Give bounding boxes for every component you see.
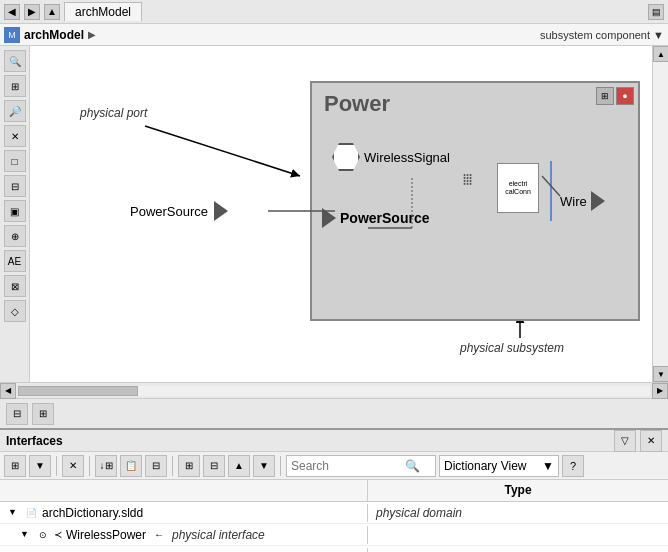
- interfaces-title: Interfaces: [6, 434, 63, 448]
- interfaces-panel: Interfaces ▽ ✕ ⊞ ▼ ✕ ↓⊞ 📋 ⊟ ⊞ ⊟ ▲ ▼ 🔍 Di…: [0, 428, 668, 552]
- wireless-signal-label: WirelessSignal: [364, 150, 450, 165]
- wireless-power-icon: ≺: [54, 529, 62, 540]
- help-button[interactable]: ?: [562, 455, 584, 477]
- table-row[interactable]: ⊡ ElectricalConn ← physical element Conn…: [0, 546, 668, 552]
- row-1-name[interactable]: ▼ 📄 archDictionary.sldd: [0, 504, 368, 522]
- forward-button[interactable]: ▶: [24, 4, 40, 20]
- breadcrumb: M archModel ▶ subsystem component ▼: [0, 24, 668, 46]
- table-body: ▼ 📄 archDictionary.sldd physical domain …: [0, 502, 668, 552]
- scroll-down-button[interactable]: ▼: [653, 366, 668, 382]
- zoom-out-button[interactable]: 🔎: [4, 100, 26, 122]
- inner-component-box[interactable]: electricalConn: [497, 163, 539, 213]
- ext-powersource-label: PowerSource: [130, 204, 208, 219]
- iface-btn-copy[interactable]: 📋: [120, 455, 142, 477]
- dict-dropdown-arrow: ▼: [542, 459, 554, 473]
- physical-subsystem-annotation: physical subsystem: [460, 341, 564, 355]
- tool-btn-9[interactable]: AE: [4, 250, 26, 272]
- toolbar-separator-1: [56, 456, 57, 476]
- row-2-expand[interactable]: ▼: [20, 529, 32, 541]
- dictionary-view-dropdown[interactable]: Dictionary View ▼: [439, 455, 559, 477]
- physical-domain-annotation: physical domain: [376, 506, 462, 520]
- title-bar: ◀ ▶ ▲ archModel ▤: [0, 0, 668, 24]
- svg-line-0: [145, 126, 300, 176]
- interfaces-table: Type ▼ 📄 archDictionary.sldd physical do…: [0, 480, 668, 552]
- toolbar-separator-3: [172, 456, 173, 476]
- left-toolbar: 🔍 ⊞ 🔎 ✕ □ ⊟ ▣ ⊕ AE ⊠ ◇: [0, 46, 30, 382]
- search-icon: 🔍: [405, 459, 420, 473]
- h-scroll-thumb[interactable]: [18, 386, 138, 396]
- tool-btn-4[interactable]: ✕: [4, 125, 26, 147]
- physical-port-annotation: physical port: [80, 106, 147, 120]
- search-input[interactable]: [291, 459, 401, 473]
- interfaces-collapse-button[interactable]: ▽: [614, 430, 636, 452]
- fit-button[interactable]: ⊞: [4, 75, 26, 97]
- interfaces-header-controls: ▽ ✕: [614, 430, 662, 452]
- subsystem-title: Power: [312, 83, 638, 125]
- main-area: 🔍 ⊞ 🔎 ✕ □ ⊟ ▣ ⊕ AE ⊠ ◇ physical port: [0, 46, 668, 382]
- iface-btn-dropdown[interactable]: ▼: [29, 455, 51, 477]
- menu-button[interactable]: ▤: [648, 4, 664, 20]
- col-type-header: Type: [368, 480, 668, 501]
- wire-icon: [591, 191, 605, 211]
- wire-line: [550, 161, 552, 221]
- table-header: Type: [0, 480, 668, 502]
- bottom-tool-2[interactable]: ⊞: [32, 403, 54, 425]
- subsystem-icons: ⊞ ●: [596, 87, 634, 105]
- iface-btn-down2[interactable]: ▼: [253, 455, 275, 477]
- iface-btn-4[interactable]: ⊞: [178, 455, 200, 477]
- up-button[interactable]: ▲: [44, 4, 60, 20]
- iface-btn-delete[interactable]: ✕: [62, 455, 84, 477]
- inner-powersource-icon: [322, 208, 336, 228]
- inner-powersource-element[interactable]: PowerSource: [322, 208, 429, 228]
- bottom-canvas-bar: ⊟ ⊞: [0, 398, 668, 428]
- scroll-right-button[interactable]: ▶: [652, 383, 668, 399]
- model-tab[interactable]: archModel: [64, 2, 142, 21]
- model-name[interactable]: archModel: [24, 28, 84, 42]
- table-row[interactable]: ▼ ⊙ ≺ WirelessPower ← physical interface: [0, 524, 668, 546]
- right-scrollbar[interactable]: ▲ ▼: [652, 46, 668, 382]
- iface-btn-3[interactable]: ⊟: [145, 455, 167, 477]
- interfaces-toolbar: ⊞ ▼ ✕ ↓⊞ 📋 ⊟ ⊞ ⊟ ▲ ▼ 🔍 Dictionary View ▼…: [0, 452, 668, 480]
- tool-btn-10[interactable]: ⊠: [4, 275, 26, 297]
- zoom-in-button[interactable]: 🔍: [4, 50, 26, 72]
- breadcrumb-arrow: ▶: [88, 29, 96, 40]
- iface-btn-5[interactable]: ⊟: [203, 455, 225, 477]
- back-button[interactable]: ◀: [4, 4, 20, 20]
- h-scroll-track[interactable]: [18, 386, 650, 396]
- interfaces-header: Interfaces ▽ ✕: [0, 430, 668, 452]
- external-powersource[interactable]: PowerSource: [130, 201, 228, 221]
- iface-btn-up2[interactable]: ▲: [228, 455, 250, 477]
- row-3-name[interactable]: ⊡ ElectricalConn ← physical element: [0, 548, 368, 553]
- subsystem-icon-2[interactable]: ●: [616, 87, 634, 105]
- tool-btn-8[interactable]: ⊕: [4, 225, 26, 247]
- tool-btn-11[interactable]: ◇: [4, 300, 26, 322]
- table-row[interactable]: ▼ 📄 archDictionary.sldd physical domain: [0, 502, 668, 524]
- subsystem-box[interactable]: ⊞ ● Power WirelessSignal electricalConn …: [310, 81, 640, 321]
- scroll-track[interactable]: [653, 62, 668, 366]
- wire-label: Wire: [560, 194, 587, 209]
- wireless-signal-element[interactable]: WirelessSignal: [332, 143, 450, 171]
- canvas-area[interactable]: physical port physical subsystem: [30, 46, 652, 382]
- ext-powersource-icon: [214, 201, 228, 221]
- search-box[interactable]: 🔍: [286, 455, 436, 477]
- scroll-up-button[interactable]: ▲: [653, 46, 668, 62]
- iface-btn-add[interactable]: ⊞: [4, 455, 26, 477]
- row-2-name[interactable]: ▼ ⊙ ≺ WirelessPower ← physical interface: [0, 526, 368, 544]
- tool-btn-7[interactable]: ▣: [4, 200, 26, 222]
- subsystem-icon-1[interactable]: ⊞: [596, 87, 614, 105]
- iface-btn-down[interactable]: ↓⊞: [95, 455, 117, 477]
- tool-btn-6[interactable]: ⊟: [4, 175, 26, 197]
- row-1-expand[interactable]: ▼: [8, 507, 20, 519]
- bottom-tool-1[interactable]: ⊟: [6, 403, 28, 425]
- row-2-type: [368, 533, 668, 537]
- inner-component-label: electricalConn: [503, 178, 533, 199]
- toolbar-separator-2: [89, 456, 90, 476]
- row-2-icon: ⊙: [36, 528, 50, 542]
- tool-btn-5[interactable]: □: [4, 150, 26, 172]
- dict-dropdown-label: Dictionary View: [444, 459, 538, 473]
- horizontal-scrollbar[interactable]: ◀ ▶: [0, 382, 668, 398]
- wireless-port-icon: [332, 143, 360, 171]
- scroll-left-button[interactable]: ◀: [0, 383, 16, 399]
- interfaces-close-button[interactable]: ✕: [640, 430, 662, 452]
- wire-element[interactable]: Wire: [560, 191, 605, 211]
